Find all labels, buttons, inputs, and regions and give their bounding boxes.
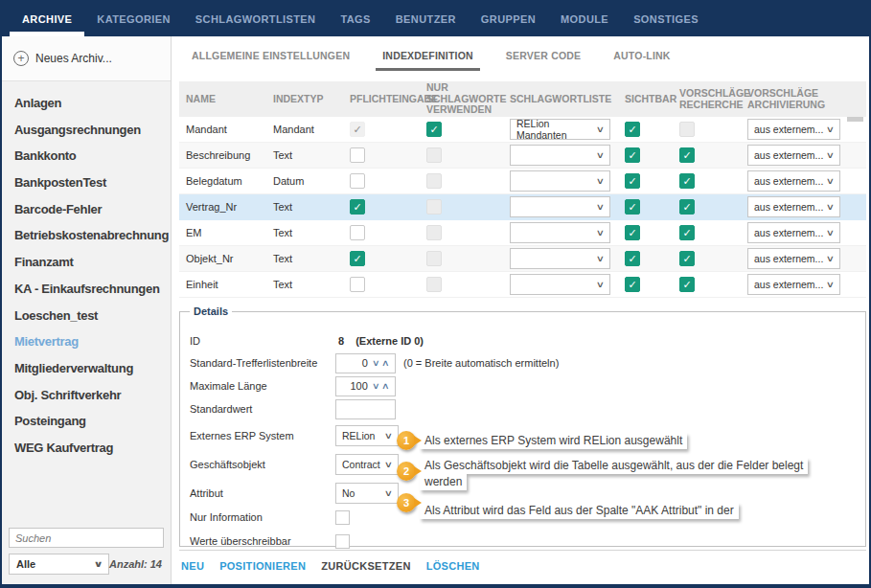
sichtbar-checkbox[interactable]: ✓ — [625, 225, 640, 240]
sidebar-item-mitgliederverwaltung[interactable]: Mitgliederverwaltung — [2, 355, 171, 382]
vorschlaege-archivierung-dropdown[interactable]: aus externem...∨ — [747, 170, 840, 192]
table-row[interactable]: BelegdatumDatum∨✓✓aus externem...∨ — [179, 169, 866, 194]
vorschlaege-recherche-checkbox[interactable]: ✓ — [679, 277, 695, 292]
sichtbar-checkbox[interactable]: ✓ — [625, 173, 640, 189]
tab-server-code[interactable]: SERVER CODE — [503, 48, 584, 71]
sidebar-item-anlagen[interactable]: Anlagen — [2, 90, 171, 117]
nav-tab-sonstiges[interactable]: SONSTIGES — [621, 2, 711, 36]
sidebar-item-finanzamt[interactable]: Finanzamt — [2, 249, 171, 276]
nav-tab-tags[interactable]: TAGS — [328, 2, 382, 36]
chevron-down-icon: ∨ — [384, 460, 393, 469]
vorschlaege-archivierung-dropdown[interactable]: aus externem...∨ — [747, 222, 840, 243]
archive-list: AnlagenAusgangsrechnungenBankkontoBankpo… — [2, 81, 171, 522]
maximale-laenge-spinner[interactable]: 100 ∨ ∧ — [335, 376, 396, 396]
pflichteingabe-checkbox[interactable]: ✓ — [350, 199, 365, 215]
geschaeftsobjekt-dropdown[interactable]: Contract ∨ — [335, 454, 399, 475]
sidebar-item-obj-schriftverkehr[interactable]: Obj. Schriftverkehr — [2, 382, 171, 409]
new-archive-button[interactable]: + Neues Archiv... — [2, 36, 171, 81]
action-positionieren[interactable]: POSITIONIEREN — [219, 560, 306, 572]
trefferlistenbreite-spinner[interactable]: 0 ∨ ∧ — [335, 353, 396, 373]
sidebar-item-posteingang[interactable]: Posteingang — [2, 408, 171, 435]
nav-tab-schlagwortlisten[interactable]: SCHLAGWORTLISTEN — [183, 2, 329, 36]
pflichteingabe-checkbox[interactable]: ✓ — [350, 251, 365, 266]
vorschlaege-archivierung-dropdown[interactable]: aus externem...∨ — [747, 274, 840, 295]
chevron-down-icon: ∨ — [596, 228, 605, 237]
vorschlaege-archivierung-dropdown[interactable]: aus externem...∨ — [747, 145, 840, 166]
sidebar-item-loeschen-test[interactable]: Loeschen_test — [2, 303, 171, 329]
action-neu[interactable]: NEU — [181, 560, 204, 572]
vorschlaege-archivierung-dropdown[interactable]: aus externem...∨ — [747, 119, 840, 140]
pflichteingabe-checkbox[interactable]: ✓ — [350, 122, 365, 137]
nur-schlagworte-checkbox[interactable] — [426, 251, 442, 266]
nur-information-checkbox[interactable] — [335, 510, 350, 525]
table-row[interactable]: Objekt_NrText✓∨✓✓aus externem...∨ — [179, 246, 866, 272]
sichtbar-checkbox[interactable]: ✓ — [625, 147, 640, 163]
sidebar-item-mietvertrag[interactable]: Mietvertrag — [2, 328, 171, 355]
tab-auto-link[interactable]: AUTO-LINK — [610, 48, 673, 71]
sichtbar-checkbox[interactable]: ✓ — [625, 122, 640, 137]
chevron-down-icon: ∨ — [596, 202, 605, 212]
nur-schlagworte-checkbox[interactable] — [426, 277, 442, 292]
vorschlaege-archivierung-dropdown[interactable]: aus externem...∨ — [747, 248, 840, 269]
nur-schlagworte-checkbox[interactable] — [426, 225, 442, 240]
pflichteingabe-checkbox[interactable] — [350, 225, 365, 240]
vorschlaege-recherche-checkbox[interactable]: ✓ — [679, 251, 695, 266]
tab-indexdefinition[interactable]: INDEXDEFINITION — [379, 48, 476, 71]
sichtbar-checkbox[interactable]: ✓ — [625, 251, 640, 266]
table-row[interactable]: Vertrag_NrText✓∨✓✓aus externem...∨ — [179, 194, 866, 220]
spinner-up-icon[interactable]: ∧ — [379, 381, 393, 391]
schlagwortliste-dropdown[interactable]: ∨ — [510, 222, 610, 243]
schlagwortliste-dropdown[interactable]: ∨ — [510, 170, 610, 192]
nav-tab-gruppen[interactable]: GRUPPEN — [469, 2, 548, 36]
vorschlaege-recherche-checkbox[interactable]: ✓ — [679, 225, 695, 240]
table-row[interactable]: MandantMandant✓✓RELion Mandanten∨✓aus ex… — [179, 117, 866, 143]
sichtbar-checkbox[interactable]: ✓ — [625, 277, 640, 292]
tab-allgemeine-einstellungen[interactable]: ALLGEMEINE EINSTELLUNGEN — [189, 48, 353, 71]
sichtbar-checkbox[interactable]: ✓ — [625, 199, 640, 215]
vorschlaege-recherche-checkbox[interactable]: ✓ — [679, 199, 695, 215]
table-row[interactable]: EMText∨✓✓aus externem...∨ — [179, 220, 866, 246]
table-row[interactable]: BeschreibungText∨✓✓aus externem...∨ — [179, 143, 866, 169]
row-name: Vertrag_Nr — [179, 201, 273, 213]
nur-schlagworte-checkbox[interactable] — [426, 173, 442, 189]
search-input[interactable] — [9, 528, 164, 548]
schlagwortliste-dropdown[interactable]: ∨ — [510, 248, 610, 269]
standardwert-input[interactable] — [335, 399, 396, 419]
action-zurücksetzen[interactable]: ZURÜCKSETZEN — [321, 560, 410, 572]
sidebar-item-bankpostentest[interactable]: BankpostenTest — [2, 170, 171, 196]
filter-dropdown[interactable]: Alle ∨ — [9, 554, 109, 575]
action-löschen[interactable]: LÖSCHEN — [426, 560, 480, 572]
spinner-up-icon[interactable]: ∧ — [379, 358, 393, 368]
schlagwortliste-dropdown[interactable]: ∨ — [510, 145, 610, 166]
pflichteingabe-checkbox[interactable] — [350, 147, 365, 163]
vorschlaege-archivierung-dropdown[interactable]: aus externem...∨ — [747, 196, 840, 217]
sidebar-item-barcode-fehler[interactable]: Barcode-Fehler — [2, 196, 171, 223]
nur-schlagworte-checkbox[interactable] — [426, 147, 442, 163]
pflichteingabe-checkbox[interactable] — [350, 277, 365, 292]
vorschlaege-recherche-checkbox[interactable]: ✓ — [679, 147, 695, 163]
vorschlaege-recherche-checkbox[interactable] — [679, 122, 695, 137]
sidebar-item-bankkonto[interactable]: Bankkonto — [2, 143, 171, 170]
table-row[interactable]: EinheitText∨✓✓aus externem...∨ — [179, 272, 866, 298]
nav-tab-module[interactable]: MODULE — [548, 2, 621, 36]
nav-tab-benutzer[interactable]: BENUTZER — [383, 2, 469, 36]
werte-ueberschreibbar-checkbox[interactable] — [335, 534, 350, 549]
schlagwortliste-dropdown[interactable]: RELion Mandanten∨ — [510, 119, 610, 140]
erp-system-dropdown[interactable]: RELion ∨ — [335, 425, 399, 446]
vorschlaege-recherche-checkbox[interactable]: ✓ — [679, 173, 695, 189]
schlagwortliste-dropdown[interactable]: ∨ — [510, 196, 610, 217]
nav-tab-kategorien[interactable]: KATEGORIEN — [84, 2, 183, 36]
sidebar-item-betriebskostenabrechnung[interactable]: Betriebskostenabrechnung — [2, 222, 171, 249]
nur-schlagworte-checkbox[interactable]: ✓ — [426, 122, 442, 137]
attribut-dropdown[interactable]: No ∨ — [335, 483, 399, 504]
sidebar-item-weg-kaufvertrag[interactable]: WEG Kaufvertrag — [2, 435, 171, 462]
annotation-line: Als Geschäftsobjekt wird die Tabelle aus… — [420, 458, 808, 474]
pflichteingabe-checkbox[interactable] — [350, 173, 365, 189]
sidebar-item-ka-einkaufsrechnungen[interactable]: KA - Einkaufsrechnungen — [2, 276, 171, 303]
schlagwortliste-dropdown[interactable]: ∨ — [510, 274, 610, 295]
table-scrollbar-thumb[interactable] — [847, 117, 863, 122]
nur-schlagworte-checkbox[interactable] — [426, 199, 442, 215]
annotation-line: Als externes ERP System wird RELion ausg… — [420, 433, 687, 449]
sidebar-item-ausgangsrechnungen[interactable]: Ausgangsrechnungen — [2, 117, 171, 144]
nav-tab-archive[interactable]: ARCHIVE — [10, 2, 84, 36]
